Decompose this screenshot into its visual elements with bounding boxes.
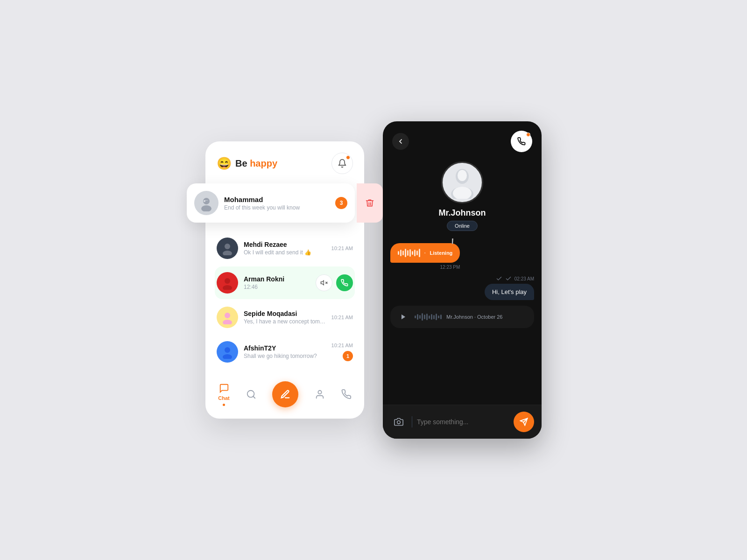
svg-point-17 bbox=[318, 391, 321, 394]
featured-message: End of this week you will know bbox=[224, 204, 330, 211]
featured-name: Mohammad bbox=[224, 196, 330, 203]
nav-item-calls[interactable] bbox=[341, 389, 352, 399]
delete-button[interactable] bbox=[357, 183, 383, 223]
brand-text: Be happy bbox=[235, 158, 277, 169]
play-button[interactable] bbox=[397, 310, 410, 323]
online-status: Online bbox=[447, 221, 478, 231]
brand-emoji: 😄 bbox=[217, 156, 232, 171]
brand-logo: 😄 Be happy bbox=[217, 156, 277, 171]
left-phone: 😄 Be happy bbox=[205, 141, 364, 419]
text-message-received: 02:23 AM Hi, Let's play bbox=[390, 275, 534, 300]
phone-call-button[interactable] bbox=[511, 131, 532, 152]
back-button[interactable] bbox=[392, 133, 409, 150]
mute-button[interactable] bbox=[316, 274, 332, 291]
waveform-received bbox=[415, 313, 442, 321]
svg-point-11 bbox=[225, 313, 230, 318]
chat-info-mehdi: Mehdi Rezaee Ok I will edit and send it … bbox=[244, 241, 326, 256]
svg-point-5 bbox=[223, 251, 232, 255]
chat-name-sepide: Sepide Moqadasi bbox=[244, 310, 326, 317]
svg-marker-8 bbox=[321, 280, 324, 285]
svg-rect-3 bbox=[204, 200, 208, 201]
phone-header: 😄 Be happy bbox=[215, 153, 355, 174]
profile-section: Mr.Johnson Online bbox=[383, 157, 542, 238]
svg-point-7 bbox=[223, 285, 232, 290]
unread-badge-afshin: 1 bbox=[343, 351, 353, 361]
notification-dot bbox=[346, 155, 350, 160]
nav-chat-label: Chat bbox=[218, 395, 229, 401]
nav-active-dot bbox=[223, 404, 225, 406]
svg-point-12 bbox=[223, 320, 232, 324]
waveform-sent bbox=[398, 249, 420, 257]
voice-bubble-sent[interactable]: · Listening bbox=[390, 243, 460, 263]
call-notification-dot bbox=[526, 133, 530, 137]
call-button-arman[interactable] bbox=[336, 274, 353, 291]
message-input[interactable] bbox=[417, 418, 509, 426]
svg-point-1 bbox=[201, 205, 211, 211]
featured-info: Mohammad End of this week you will know bbox=[224, 196, 330, 211]
right-phone: Mr.Johnson Online bbox=[383, 121, 542, 439]
received-time: 02:23 AM bbox=[514, 276, 534, 281]
svg-point-4 bbox=[225, 244, 230, 249]
svg-line-16 bbox=[253, 396, 255, 398]
nav-item-contacts[interactable] bbox=[315, 389, 325, 399]
text-bubble: Hi, Let's play bbox=[485, 284, 534, 300]
voice-message-sent: · Listening 🚩 12:23 PM bbox=[390, 243, 460, 270]
chat-name-arman: Arman Rokni bbox=[244, 275, 310, 283]
avatar-afshin bbox=[217, 341, 238, 363]
chat-info-afshin: AfshinT2Y Shall we go hiking tomorrow? bbox=[244, 344, 326, 359]
unread-badge: 3 bbox=[335, 197, 347, 209]
bottom-nav: Chat bbox=[205, 374, 364, 419]
chat-time-afshin: 10:21 AM bbox=[331, 343, 353, 348]
chat-actions-arman bbox=[316, 274, 353, 291]
chat-preview-arman: 12:46 bbox=[244, 284, 310, 290]
svg-point-20 bbox=[458, 170, 467, 181]
contact-avatar bbox=[441, 161, 483, 203]
chat-list: Mehdi Rezaee Ok I will edit and send it … bbox=[215, 232, 355, 368]
voice-sender-info: Mr.Johnson · October 26 bbox=[446, 314, 502, 320]
chat-preview-sepide: Yes, I have a new concept tomo... bbox=[244, 318, 326, 325]
chat-item-mehdi[interactable]: Mehdi Rezaee Ok I will edit and send it … bbox=[215, 232, 355, 265]
listening-label: Listening bbox=[430, 250, 452, 256]
chat-time-sepide: 10:21 AM bbox=[331, 315, 353, 320]
input-divider bbox=[412, 416, 412, 427]
send-button[interactable] bbox=[514, 412, 534, 432]
featured-chat-card[interactable]: Mohammad End of this week you will know … bbox=[187, 183, 355, 223]
nav-item-search[interactable] bbox=[246, 389, 256, 399]
svg-point-13 bbox=[225, 347, 230, 353]
avatar-sepide bbox=[217, 307, 238, 328]
chat-time-mehdi: 10:21 AM bbox=[331, 245, 353, 251]
contact-name: Mr.Johnson bbox=[438, 208, 486, 218]
svg-point-23 bbox=[397, 421, 401, 424]
chat-name-afshin: AfshinT2Y bbox=[244, 344, 326, 352]
svg-point-6 bbox=[225, 278, 230, 284]
compose-fab-button[interactable] bbox=[272, 381, 298, 407]
camera-button[interactable] bbox=[390, 413, 407, 430]
chat-preview-afshin: Shall we go hiking tomorrow? bbox=[244, 353, 326, 359]
voice-message-received[interactable]: Mr.Johnson · October 26 bbox=[390, 306, 534, 328]
notification-button[interactable] bbox=[331, 153, 353, 174]
avatar-mehdi bbox=[217, 238, 238, 259]
chat-input-area bbox=[383, 405, 542, 439]
chat-preview-mehdi: Ok I will edit and send it 👍 bbox=[244, 249, 326, 256]
chat-item-sepide[interactable]: Sepide Moqadasi Yes, I have a new concep… bbox=[215, 301, 355, 334]
svg-marker-22 bbox=[402, 315, 405, 320]
chat-info-sepide: Sepide Moqadasi Yes, I have a new concep… bbox=[244, 310, 326, 325]
chat-info-arman: Arman Rokni 12:46 bbox=[244, 275, 310, 290]
avatar-arman bbox=[217, 272, 238, 294]
voice-msg-time: 12:23 PM bbox=[440, 265, 460, 270]
featured-avatar bbox=[194, 191, 218, 215]
chat-header-dark bbox=[383, 121, 542, 157]
chat-name-mehdi: Mehdi Rezaee bbox=[244, 241, 326, 248]
chat-item-afshin[interactable]: AfshinT2Y Shall we go hiking tomorrow? 1… bbox=[215, 336, 355, 368]
chat-item-arman[interactable]: Arman Rokni 12:46 bbox=[215, 266, 355, 299]
svg-point-14 bbox=[223, 354, 232, 359]
nav-item-chat[interactable]: Chat bbox=[218, 383, 229, 406]
messages-area: · Listening 🚩 12:23 PM bbox=[383, 238, 542, 405]
